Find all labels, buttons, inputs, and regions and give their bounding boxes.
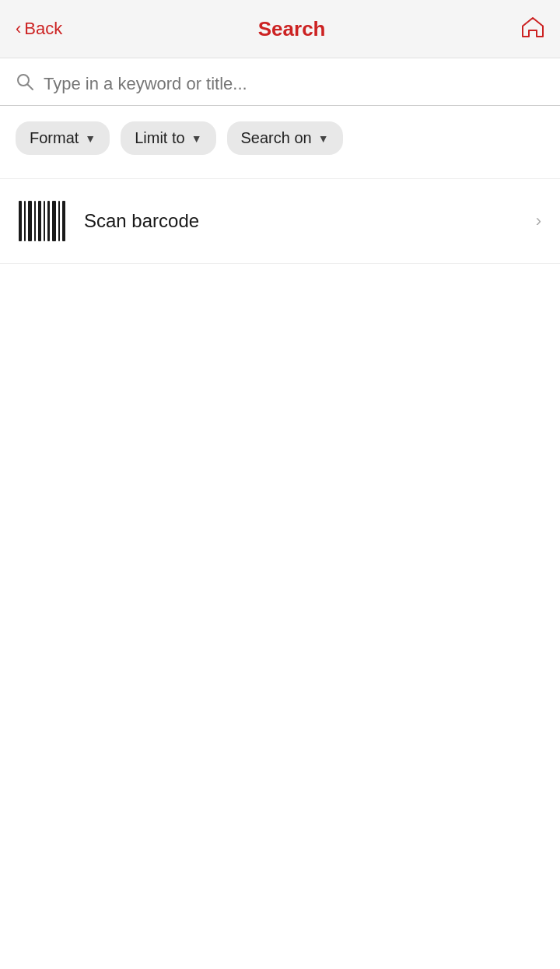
search-icon [16, 72, 34, 96]
filter-row: Format ▼ Limit to ▼ Search on ▼ [0, 106, 560, 170]
nav-bar: ‹ Back Search [0, 0, 560, 58]
back-button[interactable]: ‹ Back [16, 19, 62, 39]
format-label: Format [30, 129, 79, 147]
search-on-filter-button[interactable]: Search on ▼ [227, 121, 343, 155]
chevron-down-icon: ▼ [191, 132, 202, 145]
search-on-label: Search on [241, 129, 312, 147]
scan-barcode-label: Scan barcode [84, 210, 517, 232]
scan-barcode-row[interactable]: Scan barcode › [0, 178, 560, 264]
barcode-icon [19, 201, 65, 241]
search-input[interactable] [44, 74, 544, 94]
page-title: Search [258, 17, 326, 41]
home-icon[interactable] [521, 16, 544, 43]
back-label: Back [24, 19, 62, 39]
chevron-down-icon: ▼ [318, 132, 329, 145]
chevron-right-icon: › [536, 211, 541, 231]
chevron-left-icon: ‹ [16, 19, 21, 39]
svg-line-1 [28, 85, 33, 90]
format-filter-button[interactable]: Format ▼ [16, 121, 110, 155]
search-bar [0, 58, 560, 106]
limit-to-label: Limit to [135, 129, 184, 147]
limit-to-filter-button[interactable]: Limit to ▼ [121, 121, 215, 155]
chevron-down-icon: ▼ [85, 132, 96, 145]
